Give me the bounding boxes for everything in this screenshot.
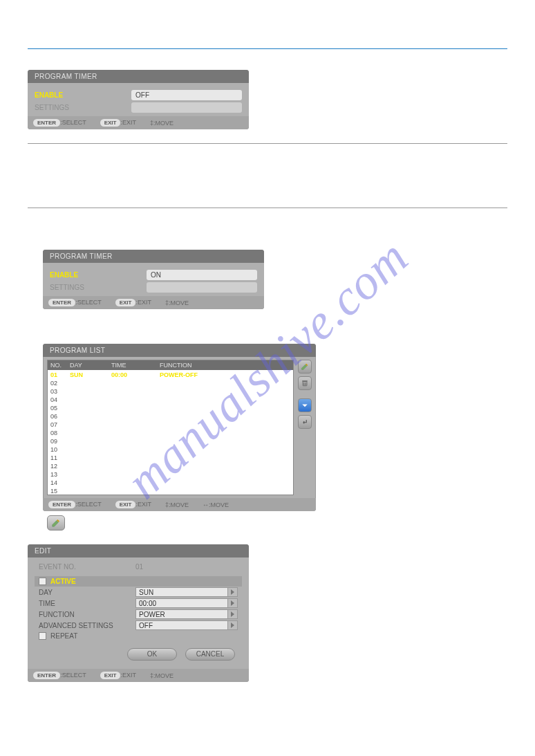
select-text: :SELECT xyxy=(60,119,86,126)
program-list-body: NO. DAY TIME FUNCTION 01SUN00:00POWER-OF… xyxy=(43,357,316,498)
time-row[interactable]: TIME 00:00 xyxy=(35,598,242,609)
table-row[interactable]: 08 xyxy=(48,428,293,436)
day-value: SUN xyxy=(135,587,228,597)
table-row[interactable]: 13 xyxy=(48,470,293,478)
svg-rect-1 xyxy=(302,380,308,382)
select-text: :SELECT xyxy=(60,672,86,679)
advanced-label: ADVANCED SETTINGS xyxy=(39,622,135,629)
table-row[interactable]: 12 xyxy=(48,461,293,470)
settings-row[interactable]: SETTINGS xyxy=(50,281,257,293)
select-text: :SELECT xyxy=(75,501,102,508)
active-row[interactable]: ACTIVE xyxy=(35,576,242,587)
day-row[interactable]: DAY SUN xyxy=(35,587,242,598)
enter-pill: ENTER xyxy=(48,501,75,508)
cancel-button[interactable]: CANCEL xyxy=(185,648,235,661)
divider-top xyxy=(28,48,507,49)
active-checkbox[interactable] xyxy=(39,578,46,585)
chevron-right-icon[interactable] xyxy=(228,620,238,630)
side-buttons xyxy=(298,360,312,495)
panel-footer: ENTER:SELECT EXIT:EXIT ‡:MOVE xyxy=(28,669,249,682)
exit-pill: EXIT xyxy=(115,501,136,508)
settings-row[interactable]: SETTINGS xyxy=(35,101,242,113)
move2-text: ↔:MOVE xyxy=(203,501,229,508)
exit-text: :EXIT xyxy=(135,501,151,508)
panel-title: PROGRAM LIST xyxy=(43,344,316,357)
table-row[interactable]: 11 xyxy=(48,453,293,461)
delete-icon-button[interactable] xyxy=(298,376,312,390)
exit-text: :EXIT xyxy=(120,119,136,126)
move-text: ‡:MOVE xyxy=(165,299,189,306)
ok-button[interactable]: OK xyxy=(127,648,177,661)
event-no-label: EVENT NO. xyxy=(39,563,135,571)
settings-label: SETTINGS xyxy=(50,284,147,291)
function-value: POWER xyxy=(135,609,228,619)
col-no: NO. xyxy=(48,362,67,369)
move-text: ‡:MOVE xyxy=(165,501,189,508)
chevron-right-icon[interactable] xyxy=(228,598,238,608)
enter-pill: ENTER xyxy=(48,299,75,306)
panel-body: ENABLE ON SETTINGS xyxy=(43,263,264,296)
table-row[interactable]: 07 xyxy=(48,420,293,428)
chevron-right-icon[interactable] xyxy=(228,609,238,619)
settings-value xyxy=(147,282,257,293)
table-row[interactable]: 03 xyxy=(48,387,293,395)
repeat-row[interactable]: REPEAT xyxy=(35,631,242,641)
enter-pill: ENTER xyxy=(33,119,60,127)
repeat-checkbox[interactable] xyxy=(39,632,46,640)
exit-pill: EXIT xyxy=(115,299,136,306)
exit-text: :EXIT xyxy=(120,672,136,679)
event-no-value: 01 xyxy=(135,563,143,571)
advanced-row[interactable]: ADVANCED SETTINGS OFF xyxy=(35,620,242,631)
move-text: ‡:MOVE xyxy=(150,672,173,679)
time-value: 00:00 xyxy=(135,598,228,608)
enable-label: ENABLE xyxy=(50,271,147,279)
exit-pill: EXIT xyxy=(100,119,121,127)
exit-pill: EXIT xyxy=(100,672,121,679)
panel-body: ENABLE OFF SETTINGS xyxy=(28,83,249,116)
active-label: ACTIVE xyxy=(50,578,76,585)
panel-title: PROGRAM TIMER xyxy=(43,250,264,263)
enter-pill: ENTER xyxy=(33,672,60,679)
table-row[interactable]: 01SUN00:00POWER-OFF xyxy=(48,370,293,378)
table-row[interactable]: 10 xyxy=(48,445,293,453)
enable-value: OFF xyxy=(131,90,242,100)
chevron-right-icon[interactable] xyxy=(228,587,238,597)
divider-mid2 xyxy=(28,208,507,208)
function-row[interactable]: FUNCTION POWER xyxy=(35,609,242,620)
edit-body: EVENT NO. 01 ACTIVE DAY SUN TIME 00:00 F… xyxy=(28,557,249,669)
down-arrow-button[interactable] xyxy=(298,398,312,412)
exit-text: :EXIT xyxy=(135,299,151,306)
table-row[interactable]: 06 xyxy=(48,412,293,420)
move-text: ‡:MOVE xyxy=(150,120,173,127)
settings-value xyxy=(131,102,242,113)
enable-label: ENABLE xyxy=(35,91,131,99)
program-table: NO. DAY TIME FUNCTION 01SUN00:00POWER-OF… xyxy=(47,360,294,495)
event-no-row: EVENT NO. 01 xyxy=(35,562,242,576)
enable-row[interactable]: ENABLE ON xyxy=(50,268,257,281)
table-row[interactable]: 04 xyxy=(48,395,293,403)
table-row[interactable]: 09 xyxy=(48,436,293,445)
table-row[interactable]: 05 xyxy=(48,403,293,412)
table-row[interactable]: 14 xyxy=(48,478,293,486)
function-label: FUNCTION xyxy=(39,611,135,618)
table-row[interactable]: 15 xyxy=(48,486,293,495)
col-time: TIME xyxy=(109,362,157,369)
time-label: TIME xyxy=(39,600,135,607)
return-icon-button[interactable] xyxy=(298,415,312,429)
col-day: DAY xyxy=(67,362,109,369)
edit-icon-button[interactable] xyxy=(298,360,312,374)
panel-title: EDIT xyxy=(28,544,249,557)
col-function: FUNCTION xyxy=(157,362,293,369)
day-label: DAY xyxy=(39,589,135,596)
select-text: :SELECT xyxy=(75,299,102,306)
program-list-panel: PROGRAM LIST NO. DAY TIME FUNCTION 01SUN… xyxy=(43,344,316,511)
table-row[interactable]: 02 xyxy=(48,378,293,387)
panel-footer: ENTER:SELECT EXIT:EXIT ‡:MOVE xyxy=(28,116,249,129)
enable-row[interactable]: ENABLE OFF xyxy=(35,89,242,101)
program-timer-panel-on: PROGRAM TIMER ENABLE ON SETTINGS ENTER:S… xyxy=(43,250,264,309)
edit-panel: EDIT EVENT NO. 01 ACTIVE DAY SUN TIME 00… xyxy=(28,544,249,682)
divider-mid xyxy=(28,143,507,144)
edit-icon-standalone[interactable] xyxy=(47,515,65,531)
panel-footer: ENTER:SELECT EXIT:EXIT ‡:MOVE xyxy=(43,296,264,309)
advanced-value: OFF xyxy=(135,620,228,630)
